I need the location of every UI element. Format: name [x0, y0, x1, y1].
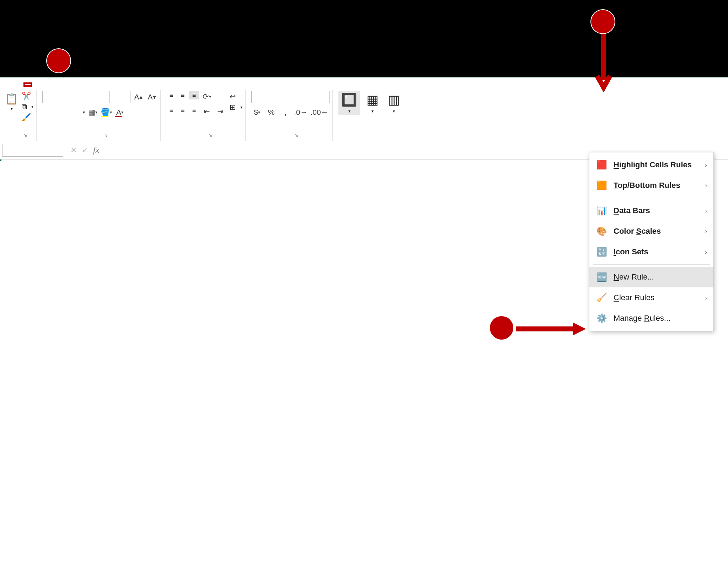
wrap-text-button[interactable]: ↩	[230, 92, 242, 101]
annotation-arrow-2	[596, 34, 611, 98]
merge-icon: ⊞	[230, 103, 236, 112]
group-styles: 🔲 ▾ ▦ ▾ ▥ ▾ Styles	[336, 90, 406, 141]
tab-formulas[interactable]	[73, 82, 77, 87]
annotation-badge-3	[490, 316, 513, 340]
align-top-icon[interactable]: ≡	[166, 91, 176, 99]
number-format-select[interactable]	[251, 91, 330, 103]
align-right-icon[interactable]: ≡	[189, 106, 199, 114]
chevron-right-icon: ›	[705, 182, 707, 189]
group-label-alignment	[196, 131, 213, 140]
cf-new-rule[interactable]: 🆕 New Rule...	[589, 267, 713, 287]
group-clipboard: 📋 ▾ ✂️ ⧉ ▾ 🖌️	[2, 90, 37, 141]
cf-top-bottom-rules[interactable]: 🟧 Top/Bottom Rules ›	[589, 175, 713, 196]
paintbrush-icon: 🖌️	[22, 113, 31, 121]
cf-highlight-cells-rules[interactable]: 🟥 Highlight Cells Rules ›	[589, 155, 713, 175]
increase-indent-icon[interactable]: ⇥	[215, 106, 226, 117]
cell-styles-icon: ▥	[388, 92, 400, 107]
orientation-button[interactable]: ⟳▾	[201, 91, 213, 102]
tab-home[interactable]	[23, 82, 32, 87]
cf-clear-rules[interactable]: 🧹 Clear Rules ›	[589, 287, 713, 308]
cf-color-scales[interactable]: 🎨 Color Scales ›	[589, 221, 713, 242]
group-label-clipboard	[11, 131, 27, 140]
chevron-right-icon: ›	[705, 161, 707, 169]
color-scales-icon: 🎨	[596, 226, 608, 237]
align-left-icon[interactable]: ≡	[166, 106, 176, 114]
increase-font-icon[interactable]: A▴	[133, 91, 144, 103]
tab-insert[interactable]	[43, 82, 47, 87]
chevron-right-icon: ›	[705, 248, 707, 256]
font-size-input[interactable]	[112, 91, 130, 103]
accounting-format-button[interactable]: $▾	[251, 107, 263, 118]
percent-format-button[interactable]: %	[266, 107, 277, 118]
cf-icon-sets[interactable]: 🔣 Icon Sets ›	[589, 242, 713, 262]
manage-rules-icon: ⚙️	[596, 313, 608, 324]
align-bottom-icon[interactable]: ≡	[189, 91, 199, 99]
selection-outline	[0, 159, 1, 161]
fx-icon[interactable]: fx	[93, 145, 99, 155]
annotation-badge-1	[47, 49, 70, 72]
cf-manage-rules[interactable]: ⚙️ Manage Rules...	[589, 308, 713, 329]
font-name-input[interactable]	[42, 91, 110, 103]
tab-file[interactable]	[9, 82, 13, 87]
confirm-formula-icon[interactable]: ✓	[82, 146, 88, 155]
group-label-font	[92, 131, 108, 140]
annotation-arrow-3	[516, 321, 587, 337]
format-as-table-button[interactable]: ▦ ▾	[364, 91, 381, 115]
decrease-indent-icon[interactable]: ⇤	[201, 106, 213, 117]
group-number: $▾ % , .0→ .00←	[248, 90, 333, 141]
icon-sets-icon: 🔣	[596, 247, 608, 257]
borders-button[interactable]: ▦▾	[87, 107, 98, 118]
align-center-icon[interactable]: ≡	[178, 106, 188, 114]
conditional-formatting-button[interactable]: 🔲 ▾	[338, 91, 360, 115]
ribbon: 📋 ▾ ✂️ ⧉ ▾ 🖌️ A▴ A▾	[0, 88, 728, 141]
align-middle-icon[interactable]: ≡	[178, 91, 188, 99]
group-font: A▴ A▾ ▾ ▦▾ 🪣▾ A▾	[39, 90, 161, 141]
tab-page-layout[interactable]	[58, 82, 62, 87]
tab-developer[interactable]	[132, 82, 136, 87]
copy-button[interactable]: ⧉ ▾	[22, 102, 33, 111]
group-label-number	[282, 131, 299, 140]
chevron-right-icon: ›	[705, 228, 707, 235]
wrap-text-icon: ↩	[230, 92, 236, 101]
tab-review[interactable]	[102, 82, 107, 87]
increase-decimal-button[interactable]: .0→	[294, 107, 308, 118]
highlight-rules-icon: 🟥	[596, 159, 608, 170]
font-color-button[interactable]: A▾	[114, 107, 125, 118]
merge-center-button[interactable]: ⊞ ▾	[230, 103, 242, 112]
top-bottom-icon: 🟧	[596, 180, 608, 191]
comma-format-button[interactable]: ,	[280, 107, 291, 118]
decrease-font-icon[interactable]: A▾	[146, 91, 157, 103]
clipboard-icon: 📋	[5, 92, 18, 105]
format-painter-button[interactable]: 🖌️	[22, 113, 33, 121]
chevron-right-icon: ›	[705, 294, 707, 302]
tab-view[interactable]	[117, 82, 122, 87]
annotation-badge-2	[591, 10, 615, 33]
group-alignment: ≡ ≡ ≡ ⟳▾ ≡ ≡ ≡ ⇤ ⇥	[164, 90, 246, 141]
conditional-formatting-icon: 🔲	[341, 92, 357, 107]
table-icon: ▦	[366, 92, 379, 107]
underline-button[interactable]	[69, 107, 81, 118]
italic-button[interactable]	[56, 107, 67, 118]
data-bars-icon: 📊	[596, 205, 608, 216]
tab-data[interactable]	[87, 82, 92, 87]
svg-marker-2	[573, 323, 586, 335]
name-box-input[interactable]	[2, 144, 63, 157]
new-rule-icon: 🆕	[596, 272, 608, 282]
decrease-decimal-button[interactable]: .00←	[311, 107, 328, 118]
cell-styles-button[interactable]: ▥ ▾	[385, 91, 403, 115]
clear-rules-icon: 🧹	[596, 292, 608, 303]
cancel-formula-icon[interactable]: ✕	[70, 146, 77, 155]
tab-help[interactable]	[147, 82, 151, 87]
conditional-formatting-menu: 🟥 Highlight Cells Rules › 🟧 Top/Bottom R…	[589, 152, 714, 331]
ribbon-tabs	[0, 77, 728, 88]
scissors-icon: ✂️	[22, 92, 31, 100]
fill-color-button[interactable]: 🪣▾	[101, 107, 112, 118]
cf-data-bars[interactable]: 📊 Data Bars ›	[589, 200, 713, 221]
copy-icon: ⧉	[22, 102, 27, 111]
bold-button[interactable]	[42, 107, 54, 118]
cut-button[interactable]: ✂️	[22, 92, 33, 100]
paste-button[interactable]: 📋 ▾	[5, 91, 18, 111]
chevron-right-icon: ›	[705, 207, 707, 215]
